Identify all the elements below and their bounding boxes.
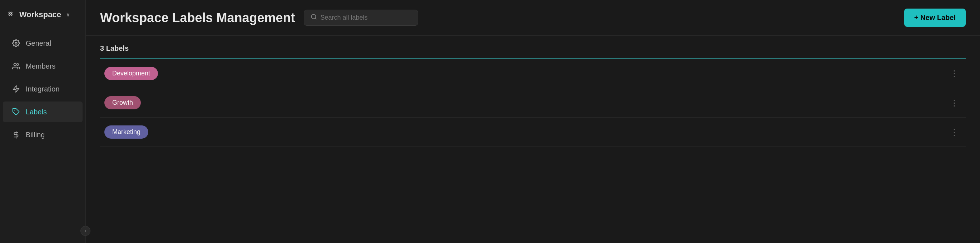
integration-icon <box>11 84 21 94</box>
sidebar-item-labels-label: Labels <box>26 108 47 116</box>
label-badge-development: Development <box>104 67 158 80</box>
svg-point-2 <box>9 14 10 15</box>
label-badge-growth: Growth <box>104 96 141 110</box>
label-row-growth: Growth ⋮ <box>100 88 966 118</box>
svg-point-5 <box>14 63 16 66</box>
sidebar-item-billing[interactable]: Billing <box>3 124 83 145</box>
chevron-down-icon: ∨ <box>66 12 70 17</box>
sidebar-item-general-label: General <box>26 39 51 48</box>
label-row-marketing: Marketing ⋮ <box>100 118 966 147</box>
new-label-button[interactable]: + New Label <box>904 9 966 27</box>
svg-point-4 <box>15 42 17 44</box>
sidebar-item-billing-label: Billing <box>26 131 45 139</box>
page-header: Workspace Labels Management + New Label <box>86 0 980 36</box>
sidebar-item-general[interactable]: General <box>3 33 83 54</box>
label-more-button-growth[interactable]: ⋮ <box>947 97 961 109</box>
sidebar-item-members[interactable]: Members <box>3 56 83 76</box>
labels-list: Development ⋮ Growth ⋮ Marketing ⋮ <box>100 58 966 147</box>
sidebar-nav: General Members Integration <box>0 29 86 149</box>
workspace-selector[interactable]: Workspace ∨ <box>0 0 86 29</box>
billing-icon <box>11 130 21 139</box>
labels-count: 3 Labels <box>100 44 966 52</box>
labels-section: 3 Labels Development ⋮ Growth ⋮ Marketin… <box>86 36 980 243</box>
members-icon <box>11 62 21 71</box>
svg-line-10 <box>315 18 316 19</box>
label-badge-marketing: Marketing <box>104 125 148 139</box>
search-icon <box>310 14 317 22</box>
svg-point-0 <box>9 12 10 14</box>
sidebar-collapse-button[interactable]: ‹ <box>80 226 91 236</box>
search-bar <box>304 10 418 26</box>
search-input[interactable] <box>321 14 411 21</box>
svg-point-3 <box>11 14 12 15</box>
page-title: Workspace Labels Management <box>100 10 295 25</box>
workspace-icon <box>7 10 16 19</box>
sidebar-item-integration[interactable]: Integration <box>3 79 83 99</box>
svg-marker-6 <box>13 86 19 92</box>
label-row-development: Development ⋮ <box>100 59 966 88</box>
label-more-button-development[interactable]: ⋮ <box>947 68 961 79</box>
gear-icon <box>11 38 21 48</box>
sidebar: Workspace ∨ General M <box>0 0 86 243</box>
sidebar-item-members-label: Members <box>26 62 56 70</box>
sidebar-item-labels[interactable]: Labels <box>3 102 83 122</box>
sidebar-item-integration-label: Integration <box>26 85 60 93</box>
svg-point-1 <box>11 12 12 14</box>
label-icon <box>11 107 21 116</box>
label-more-button-marketing[interactable]: ⋮ <box>947 127 961 138</box>
main-content: Workspace Labels Management + New Label … <box>86 0 980 243</box>
workspace-label: Workspace <box>19 10 61 19</box>
